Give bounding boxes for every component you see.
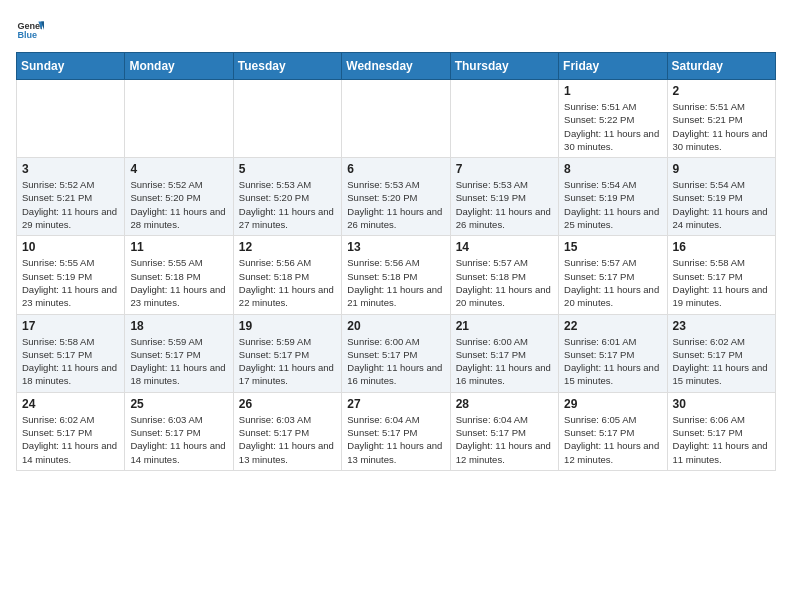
page-header: General Blue (16, 16, 776, 44)
day-info: Sunrise: 5:55 AM Sunset: 5:19 PM Dayligh… (22, 256, 119, 309)
day-number: 21 (456, 319, 553, 333)
calendar-cell: 25Sunrise: 6:03 AM Sunset: 5:17 PM Dayli… (125, 392, 233, 470)
calendar-cell: 24Sunrise: 6:02 AM Sunset: 5:17 PM Dayli… (17, 392, 125, 470)
calendar-cell: 15Sunrise: 5:57 AM Sunset: 5:17 PM Dayli… (559, 236, 667, 314)
day-info: Sunrise: 5:54 AM Sunset: 5:19 PM Dayligh… (564, 178, 661, 231)
day-info: Sunrise: 6:03 AM Sunset: 5:17 PM Dayligh… (130, 413, 227, 466)
calendar-week-2: 3Sunrise: 5:52 AM Sunset: 5:21 PM Daylig… (17, 158, 776, 236)
calendar-cell: 12Sunrise: 5:56 AM Sunset: 5:18 PM Dayli… (233, 236, 341, 314)
day-number: 14 (456, 240, 553, 254)
day-number: 25 (130, 397, 227, 411)
day-info: Sunrise: 5:56 AM Sunset: 5:18 PM Dayligh… (347, 256, 444, 309)
day-number: 26 (239, 397, 336, 411)
day-info: Sunrise: 6:02 AM Sunset: 5:17 PM Dayligh… (673, 335, 770, 388)
day-number: 5 (239, 162, 336, 176)
calendar-cell: 30Sunrise: 6:06 AM Sunset: 5:17 PM Dayli… (667, 392, 775, 470)
calendar-cell: 14Sunrise: 5:57 AM Sunset: 5:18 PM Dayli… (450, 236, 558, 314)
day-info: Sunrise: 5:51 AM Sunset: 5:21 PM Dayligh… (673, 100, 770, 153)
calendar-cell: 4Sunrise: 5:52 AM Sunset: 5:20 PM Daylig… (125, 158, 233, 236)
calendar-cell (450, 80, 558, 158)
day-info: Sunrise: 6:00 AM Sunset: 5:17 PM Dayligh… (456, 335, 553, 388)
day-info: Sunrise: 5:52 AM Sunset: 5:21 PM Dayligh… (22, 178, 119, 231)
weekday-header-saturday: Saturday (667, 53, 775, 80)
calendar-cell (17, 80, 125, 158)
calendar-cell: 13Sunrise: 5:56 AM Sunset: 5:18 PM Dayli… (342, 236, 450, 314)
day-number: 6 (347, 162, 444, 176)
day-number: 22 (564, 319, 661, 333)
day-number: 13 (347, 240, 444, 254)
calendar-cell: 28Sunrise: 6:04 AM Sunset: 5:17 PM Dayli… (450, 392, 558, 470)
day-info: Sunrise: 6:04 AM Sunset: 5:17 PM Dayligh… (347, 413, 444, 466)
logo: General Blue (16, 16, 44, 44)
calendar-cell: 6Sunrise: 5:53 AM Sunset: 5:20 PM Daylig… (342, 158, 450, 236)
day-number: 15 (564, 240, 661, 254)
day-number: 30 (673, 397, 770, 411)
day-info: Sunrise: 6:03 AM Sunset: 5:17 PM Dayligh… (239, 413, 336, 466)
weekday-header-monday: Monday (125, 53, 233, 80)
calendar-week-5: 24Sunrise: 6:02 AM Sunset: 5:17 PM Dayli… (17, 392, 776, 470)
day-number: 28 (456, 397, 553, 411)
day-info: Sunrise: 5:57 AM Sunset: 5:18 PM Dayligh… (456, 256, 553, 309)
weekday-header-row: SundayMondayTuesdayWednesdayThursdayFrid… (17, 53, 776, 80)
day-number: 2 (673, 84, 770, 98)
weekday-header-wednesday: Wednesday (342, 53, 450, 80)
day-number: 24 (22, 397, 119, 411)
day-info: Sunrise: 5:53 AM Sunset: 5:20 PM Dayligh… (239, 178, 336, 231)
calendar-cell (233, 80, 341, 158)
calendar-cell: 5Sunrise: 5:53 AM Sunset: 5:20 PM Daylig… (233, 158, 341, 236)
day-info: Sunrise: 5:59 AM Sunset: 5:17 PM Dayligh… (130, 335, 227, 388)
day-info: Sunrise: 6:04 AM Sunset: 5:17 PM Dayligh… (456, 413, 553, 466)
logo-icon: General Blue (16, 16, 44, 44)
calendar-cell: 27Sunrise: 6:04 AM Sunset: 5:17 PM Dayli… (342, 392, 450, 470)
day-info: Sunrise: 5:58 AM Sunset: 5:17 PM Dayligh… (22, 335, 119, 388)
calendar-cell: 2Sunrise: 5:51 AM Sunset: 5:21 PM Daylig… (667, 80, 775, 158)
day-info: Sunrise: 6:01 AM Sunset: 5:17 PM Dayligh… (564, 335, 661, 388)
calendar-week-4: 17Sunrise: 5:58 AM Sunset: 5:17 PM Dayli… (17, 314, 776, 392)
day-info: Sunrise: 6:05 AM Sunset: 5:17 PM Dayligh… (564, 413, 661, 466)
calendar-cell: 22Sunrise: 6:01 AM Sunset: 5:17 PM Dayli… (559, 314, 667, 392)
day-number: 7 (456, 162, 553, 176)
calendar-cell: 3Sunrise: 5:52 AM Sunset: 5:21 PM Daylig… (17, 158, 125, 236)
calendar-cell: 1Sunrise: 5:51 AM Sunset: 5:22 PM Daylig… (559, 80, 667, 158)
day-info: Sunrise: 5:51 AM Sunset: 5:22 PM Dayligh… (564, 100, 661, 153)
day-number: 8 (564, 162, 661, 176)
day-number: 27 (347, 397, 444, 411)
calendar-cell: 16Sunrise: 5:58 AM Sunset: 5:17 PM Dayli… (667, 236, 775, 314)
calendar-cell: 26Sunrise: 6:03 AM Sunset: 5:17 PM Dayli… (233, 392, 341, 470)
calendar-table: SundayMondayTuesdayWednesdayThursdayFrid… (16, 52, 776, 471)
day-number: 1 (564, 84, 661, 98)
weekday-header-tuesday: Tuesday (233, 53, 341, 80)
calendar-cell: 23Sunrise: 6:02 AM Sunset: 5:17 PM Dayli… (667, 314, 775, 392)
day-number: 10 (22, 240, 119, 254)
day-info: Sunrise: 5:55 AM Sunset: 5:18 PM Dayligh… (130, 256, 227, 309)
calendar-cell: 9Sunrise: 5:54 AM Sunset: 5:19 PM Daylig… (667, 158, 775, 236)
day-number: 4 (130, 162, 227, 176)
calendar-cell: 7Sunrise: 5:53 AM Sunset: 5:19 PM Daylig… (450, 158, 558, 236)
calendar-cell: 17Sunrise: 5:58 AM Sunset: 5:17 PM Dayli… (17, 314, 125, 392)
day-number: 12 (239, 240, 336, 254)
day-number: 17 (22, 319, 119, 333)
day-number: 9 (673, 162, 770, 176)
calendar-cell (125, 80, 233, 158)
calendar-cell: 21Sunrise: 6:00 AM Sunset: 5:17 PM Dayli… (450, 314, 558, 392)
day-info: Sunrise: 6:02 AM Sunset: 5:17 PM Dayligh… (22, 413, 119, 466)
calendar-cell: 10Sunrise: 5:55 AM Sunset: 5:19 PM Dayli… (17, 236, 125, 314)
calendar-cell: 20Sunrise: 6:00 AM Sunset: 5:17 PM Dayli… (342, 314, 450, 392)
day-info: Sunrise: 5:54 AM Sunset: 5:19 PM Dayligh… (673, 178, 770, 231)
weekday-header-thursday: Thursday (450, 53, 558, 80)
day-info: Sunrise: 5:53 AM Sunset: 5:20 PM Dayligh… (347, 178, 444, 231)
svg-text:Blue: Blue (17, 30, 37, 40)
day-number: 23 (673, 319, 770, 333)
weekday-header-friday: Friday (559, 53, 667, 80)
calendar-cell: 19Sunrise: 5:59 AM Sunset: 5:17 PM Dayli… (233, 314, 341, 392)
calendar-cell: 29Sunrise: 6:05 AM Sunset: 5:17 PM Dayli… (559, 392, 667, 470)
day-info: Sunrise: 5:52 AM Sunset: 5:20 PM Dayligh… (130, 178, 227, 231)
day-info: Sunrise: 5:57 AM Sunset: 5:17 PM Dayligh… (564, 256, 661, 309)
day-info: Sunrise: 5:53 AM Sunset: 5:19 PM Dayligh… (456, 178, 553, 231)
day-info: Sunrise: 5:58 AM Sunset: 5:17 PM Dayligh… (673, 256, 770, 309)
day-number: 19 (239, 319, 336, 333)
calendar-cell (342, 80, 450, 158)
day-number: 18 (130, 319, 227, 333)
day-number: 20 (347, 319, 444, 333)
day-info: Sunrise: 5:59 AM Sunset: 5:17 PM Dayligh… (239, 335, 336, 388)
